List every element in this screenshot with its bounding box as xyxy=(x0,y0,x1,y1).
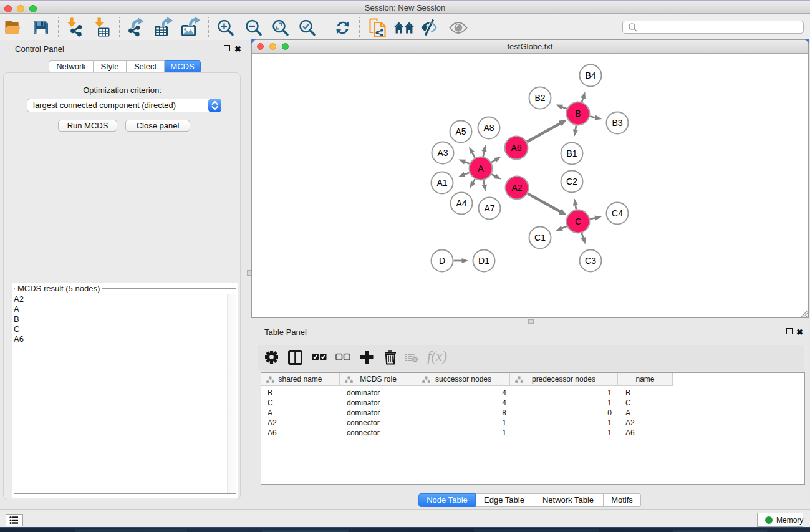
svg-text:A2: A2 xyxy=(511,183,522,193)
svg-text:D1: D1 xyxy=(478,256,489,266)
svg-text:C3: C3 xyxy=(585,256,596,266)
svg-text:C2: C2 xyxy=(566,177,577,186)
svg-text:C: C xyxy=(575,216,581,226)
svg-text:B1: B1 xyxy=(566,148,577,158)
svg-text:A6: A6 xyxy=(511,143,521,153)
svg-text:A8: A8 xyxy=(483,123,494,133)
svg-text:C1: C1 xyxy=(534,233,546,243)
svg-text:B3: B3 xyxy=(612,118,622,128)
svg-text:B4: B4 xyxy=(585,70,595,80)
svg-text:B: B xyxy=(575,109,581,118)
svg-text:A3: A3 xyxy=(437,148,448,158)
svg-text:B2: B2 xyxy=(534,93,545,103)
svg-text:C4: C4 xyxy=(612,208,623,218)
svg-text:A5: A5 xyxy=(455,127,466,137)
svg-text:A7: A7 xyxy=(484,203,494,213)
svg-text:A4: A4 xyxy=(456,198,466,208)
svg-text:D: D xyxy=(439,256,445,266)
svg-text:A: A xyxy=(478,163,484,173)
svg-text:A1: A1 xyxy=(436,178,447,188)
